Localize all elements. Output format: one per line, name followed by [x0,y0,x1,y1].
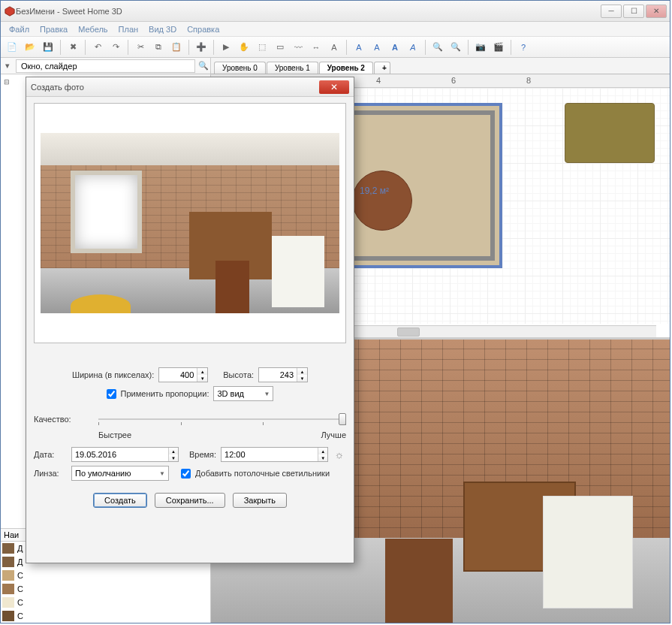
dialog-titlebar[interactable]: Создать фото ✕ [26,77,354,97]
text-inc-icon[interactable]: A [351,39,367,56]
chevron-down-icon: ▼ [159,470,165,477]
lens-label: Линза: [34,469,67,478]
keep-ratio-label: Применить пропорции: [121,389,209,398]
width-spinner[interactable]: ▲▼ [158,367,208,382]
italic-icon[interactable]: A [405,39,421,56]
tab-level-1[interactable]: Уровень 1 [267,62,318,74]
menu-file[interactable]: Файл [4,23,35,35]
menubar: Файл Правка Мебель План Вид 3D Справка [1,22,670,37]
date-label: Дата: [34,450,67,459]
time-label: Время: [189,450,216,459]
new-icon[interactable]: 📄 [4,39,20,56]
undo-icon[interactable]: ↶ [89,39,106,56]
height-input[interactable] [259,368,297,382]
lens-combo[interactable]: По умолчанию▼ [71,466,169,481]
dialog-close-button[interactable]: ✕ [319,80,349,94]
catalog-search-icon[interactable]: 🔍 [197,58,210,74]
prefs-icon[interactable]: ✖ [65,39,81,56]
quality-best-label: Лучше [321,430,346,439]
quality-label: Качество: [34,415,94,424]
height-label: Высота: [223,370,254,379]
quality-slider[interactable] [98,412,346,427]
list-item[interactable]: С [1,596,210,609]
titlebar: БезИмени - Sweet Home 3D ─ ☐ ✕ [1,1,670,22]
dialog-title: Создать фото [31,83,319,92]
slider-thumb[interactable] [339,413,346,425]
paste-icon[interactable]: 📋 [168,39,185,56]
furniture-table[interactable] [352,171,412,231]
zoom-out-icon[interactable]: 🔍 [447,39,464,56]
menu-plan[interactable]: План [113,23,144,35]
furniture-sofa[interactable] [565,103,655,163]
window-title: БезИмени - Sweet Home 3D [16,7,599,16]
toolbar: 📄 📂 💾 ✖ ↶ ↷ ✂ ⧉ 📋 ➕ ▶ ✋ ⬚ ▭ 〰 ↔ A A A A … [1,37,670,58]
date-spinner[interactable]: ▲▼ [71,447,179,462]
level-tabs: Уровень 0 Уровень 1 Уровень 2 + [211,58,670,74]
tab-level-2[interactable]: Уровень 2 [319,62,373,74]
menu-edit[interactable]: Правка [35,23,73,35]
chevron-down-icon: ▼ [264,391,270,397]
cancel-button[interactable]: Закрыть [233,493,287,508]
polyline-icon[interactable]: 〰 [290,39,306,56]
armchair-3d [543,496,633,608]
room-icon[interactable]: ▭ [272,39,288,56]
spinner-down-icon[interactable]: ▼ [197,375,207,382]
zoom-in-icon[interactable]: 🔍 [429,39,446,56]
wall-icon[interactable]: ⬚ [254,39,270,56]
ceiling-lights-checkbox[interactable] [181,469,191,479]
keep-ratio-checkbox[interactable] [107,389,116,399]
save-button[interactable]: Сохранить... [155,493,225,508]
spinner-down-icon[interactable]: ▼ [169,454,178,461]
list-item[interactable]: С [1,609,210,623]
time-spinner[interactable]: ▲▼ [221,447,328,462]
quality-fast-label: Быстрее [98,430,131,439]
add-level-button[interactable]: + [374,62,390,74]
help-icon[interactable]: ? [515,39,532,56]
create-button[interactable]: Создать [93,493,147,508]
add-furniture-icon[interactable]: ➕ [193,39,209,56]
ratio-mode-combo[interactable]: 3D вид▼ [213,386,273,401]
open-icon[interactable]: 📂 [22,39,38,56]
create-photo-dialog: Создать фото ✕ Ширина (в пикселах): ▲▼ [26,77,354,563]
menu-furniture[interactable]: Мебель [73,23,113,35]
ceiling-lights-label: Добавить потолочные светильники [195,469,330,478]
spinner-down-icon[interactable]: ▼ [297,375,307,382]
menu-help[interactable]: Справка [182,23,225,35]
width-input[interactable] [159,368,197,382]
chair-3d [385,539,453,623]
spinner-up-icon[interactable]: ▲ [318,448,327,454]
sun-icon[interactable]: ☼ [333,448,346,461]
height-spinner[interactable]: ▲▼ [258,367,308,382]
cut-icon[interactable]: ✂ [132,39,149,56]
catalog-filter[interactable]: Окно, слайдер [16,59,195,73]
minimize-button[interactable]: ─ [601,5,622,18]
select-icon[interactable]: ▶ [218,39,234,56]
spinner-up-icon[interactable]: ▲ [169,448,178,454]
pan-icon[interactable]: ✋ [236,39,252,56]
room-area-label: 19,2 м² [360,186,389,196]
copy-icon[interactable]: ⧉ [150,39,167,56]
app-icon [4,5,16,17]
photo-icon[interactable]: 📷 [472,39,489,56]
dimension-icon[interactable]: ↔ [308,39,324,56]
bold-icon[interactable]: A [387,39,403,56]
list-item[interactable]: С [1,569,210,582]
text-dec-icon[interactable]: A [369,39,385,56]
save-icon[interactable]: 💾 [40,39,56,56]
menu-view3d[interactable]: Вид 3D [143,23,182,35]
spinner-up-icon[interactable]: ▲ [197,368,207,375]
video-icon[interactable]: 🎬 [490,39,507,56]
maximize-button[interactable]: ☐ [623,5,644,18]
redo-icon[interactable]: ↷ [107,39,124,56]
tab-level-0[interactable]: Уровень 0 [214,62,266,74]
date-input[interactable] [72,448,168,461]
spinner-up-icon[interactable]: ▲ [297,368,307,375]
text-icon[interactable]: A [326,39,342,56]
spinner-down-icon[interactable]: ▼ [318,454,327,461]
width-label: Ширина (в пикселах): [72,370,154,379]
photo-preview [34,103,346,343]
tree-collapse-icon[interactable]: ▾ [1,58,14,74]
list-item[interactable]: С [1,582,210,596]
time-input[interactable] [221,448,318,461]
close-button[interactable]: ✕ [646,5,667,18]
